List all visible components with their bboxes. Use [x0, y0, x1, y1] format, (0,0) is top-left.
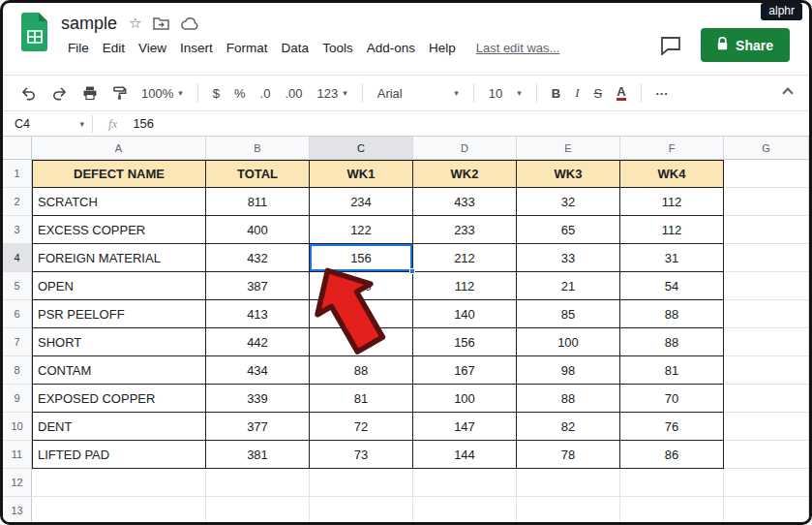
cell-B12[interactable] — [206, 469, 310, 497]
cell-B7[interactable]: 442 — [206, 328, 310, 356]
cell-D8[interactable]: 167 — [413, 356, 517, 385]
cell-C13[interactable] — [310, 497, 413, 525]
more-tools-icon[interactable]: ··· — [656, 86, 669, 101]
cell-D3[interactable]: 233 — [413, 216, 517, 244]
cell-B5[interactable]: 387 — [206, 272, 310, 300]
italic-button[interactable]: I — [575, 85, 579, 101]
cell-B13[interactable] — [206, 497, 310, 525]
cell-C12[interactable] — [310, 469, 413, 497]
cell-B4[interactable]: 432 — [206, 244, 310, 272]
cell-G6[interactable] — [724, 300, 809, 328]
redo-icon[interactable] — [51, 85, 68, 101]
row-header-10[interactable]: 10 — [3, 413, 32, 441]
cell-E8[interactable]: 98 — [517, 356, 620, 385]
cell-E4[interactable]: 33 — [517, 244, 620, 272]
cell-G9[interactable] — [724, 385, 809, 413]
cell-G10[interactable] — [724, 413, 809, 441]
cell-A6[interactable]: PSR PEELOFF — [32, 300, 206, 328]
cell-D13[interactable] — [413, 497, 517, 525]
column-header-E[interactable]: E — [517, 137, 620, 160]
cell-C1[interactable]: WK1 — [310, 160, 413, 188]
column-header-G[interactable]: G — [724, 137, 809, 160]
row-header-6[interactable]: 6 — [3, 300, 32, 328]
cell-D9[interactable]: 100 — [413, 385, 517, 413]
cell-C9[interactable]: 81 — [310, 385, 413, 413]
cell-C7[interactable]: 98 — [310, 328, 413, 356]
cell-C11[interactable]: 73 — [310, 441, 413, 469]
row-header-11[interactable]: 11 — [3, 441, 32, 469]
cell-E1[interactable]: WK3 — [517, 160, 620, 188]
cell-F5[interactable]: 54 — [620, 272, 724, 300]
cell-D11[interactable]: 144 — [413, 441, 517, 469]
cell-G7[interactable] — [724, 328, 809, 356]
menu-format[interactable]: Format — [220, 38, 275, 58]
cell-D7[interactable]: 156 — [413, 328, 517, 356]
cell-G4[interactable] — [724, 244, 809, 272]
cell-A12[interactable] — [32, 469, 206, 497]
cell-G1[interactable] — [724, 160, 809, 188]
menu-data[interactable]: Data — [275, 38, 316, 58]
cell-F12[interactable] — [620, 469, 724, 497]
increase-decimal-button[interactable]: .00 — [285, 86, 302, 101]
row-header-8[interactable]: 8 — [3, 356, 32, 385]
cell-G11[interactable] — [724, 441, 809, 469]
cell-F3[interactable]: 112 — [620, 216, 724, 244]
cell-D2[interactable]: 433 — [413, 188, 517, 216]
cell-F6[interactable]: 88 — [620, 300, 724, 328]
cell-A4[interactable]: FOREIGN MATERIAL — [32, 244, 206, 272]
cell-A11[interactable]: LIFTED PAD — [32, 441, 206, 469]
undo-icon[interactable] — [20, 85, 37, 101]
cell-B11[interactable]: 381 — [206, 441, 310, 469]
move-folder-icon[interactable] — [153, 16, 169, 30]
cell-F2[interactable]: 112 — [620, 188, 724, 216]
menu-addons[interactable]: Add-ons — [360, 38, 422, 58]
row-header-3[interactable]: 3 — [3, 216, 32, 244]
cell-E10[interactable]: 82 — [517, 413, 620, 441]
percent-format-button[interactable]: % — [234, 86, 246, 101]
decrease-decimal-button[interactable]: .0 — [260, 86, 271, 101]
menu-insert[interactable]: Insert — [173, 38, 220, 58]
cell-D6[interactable]: 140 — [413, 300, 517, 328]
row-header-2[interactable]: 2 — [3, 188, 32, 216]
print-icon[interactable] — [82, 85, 98, 101]
cell-G12[interactable] — [724, 469, 809, 497]
cell-B2[interactable]: 811 — [206, 188, 310, 216]
row-header-12[interactable]: 12 — [3, 469, 32, 497]
column-header-A[interactable]: A — [32, 137, 206, 160]
cell-F4[interactable]: 31 — [620, 244, 724, 272]
cell-B3[interactable]: 400 — [206, 216, 310, 244]
currency-format-button[interactable]: $ — [213, 86, 220, 101]
cell-A13[interactable] — [32, 497, 206, 525]
cell-F8[interactable]: 81 — [620, 356, 724, 385]
bold-button[interactable]: B — [552, 86, 560, 101]
cell-C5[interactable]: 200 — [310, 272, 413, 300]
cell-A10[interactable]: DENT — [32, 413, 206, 441]
column-header-D[interactable]: D — [413, 137, 517, 160]
cell-B8[interactable]: 434 — [206, 356, 310, 385]
cell-E13[interactable] — [517, 497, 620, 525]
cell-C3[interactable]: 122 — [310, 216, 413, 244]
sheets-logo-icon[interactable] — [20, 13, 49, 51]
grid-corner[interactable] — [3, 137, 32, 160]
name-box[interactable]: C4 ▾ — [3, 117, 92, 131]
collapse-toolbar-icon[interactable] — [782, 87, 793, 98]
text-color-button[interactable]: A — [617, 85, 625, 102]
cell-B1[interactable]: TOTAL — [206, 160, 310, 188]
share-button[interactable]: Share — [701, 28, 790, 62]
star-icon[interactable]: ☆ — [129, 15, 141, 32]
comment-icon[interactable] — [660, 36, 681, 55]
cell-F1[interactable]: WK4 — [620, 160, 724, 188]
cell-G13[interactable] — [724, 497, 809, 525]
cell-C2[interactable]: 234 — [310, 188, 413, 216]
cell-B10[interactable]: 377 — [206, 413, 310, 441]
cell-A9[interactable]: EXPOSED COPPER — [32, 385, 206, 413]
formula-input[interactable]: 156 — [133, 116, 154, 131]
font-select[interactable]: Arial — [377, 86, 459, 101]
menu-edit[interactable]: Edit — [96, 38, 132, 58]
cell-F13[interactable] — [620, 497, 724, 525]
row-header-7[interactable]: 7 — [3, 328, 32, 356]
row-header-5[interactable]: 5 — [3, 272, 32, 300]
paint-format-icon[interactable] — [112, 85, 127, 101]
zoom-select[interactable]: 100% — [141, 86, 183, 101]
cell-E9[interactable]: 88 — [517, 385, 620, 413]
